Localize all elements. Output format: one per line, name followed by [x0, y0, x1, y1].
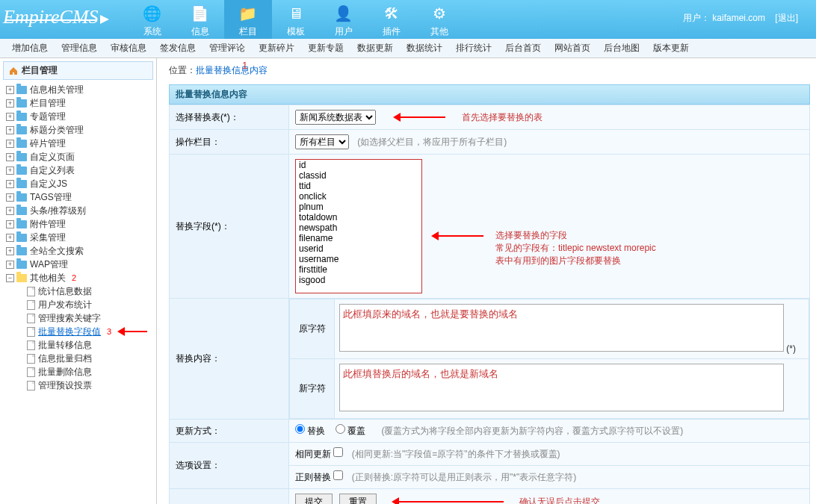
field-option[interactable]: plnum [296, 202, 421, 212]
field-option[interactable]: ttid [296, 181, 421, 191]
subnav-item[interactable]: 后台地图 [604, 42, 640, 55]
tree-file[interactable]: 管理搜索关键字 [6, 311, 156, 325]
minus-icon[interactable]: − [6, 274, 14, 282]
tree-file[interactable]: 统计信息数据 [6, 284, 156, 298]
plus-icon[interactable]: + [6, 99, 14, 108]
topnav-doc[interactable]: 📄信息 [176, 0, 224, 41]
field-option[interactable]: totaldown [296, 212, 421, 223]
breadcrumb-link[interactable]: 批量替换信息内容 [196, 65, 268, 75]
plus-icon[interactable]: + [6, 247, 14, 255]
label-update-mode: 更新方式： [170, 420, 289, 443]
tree-folder[interactable]: +专题管理 [6, 110, 156, 123]
folder-icon [16, 86, 27, 94]
field-option[interactable]: firsttitle [296, 264, 421, 275]
field-option[interactable]: onclick [296, 191, 421, 202]
topnav-window[interactable]: 🖥模板 [272, 0, 320, 41]
field-option[interactable]: username [296, 254, 421, 264]
tree-file[interactable]: 批量转移信息 [6, 338, 156, 352]
tree-folder[interactable]: +附件管理 [6, 217, 156, 231]
sidebar-tree: +信息相关管理+栏目管理+专题管理+标题分类管理+碎片管理+自定义页面+自定义列… [0, 83, 156, 392]
subnav-item[interactable]: 数据更新 [357, 42, 393, 55]
radio-replace-label[interactable]: 替换 [295, 426, 325, 436]
tree-folder[interactable]: +TAGS管理 [6, 190, 156, 204]
tree-folder[interactable]: +采集管理 [6, 231, 156, 244]
user-link[interactable]: kaifamei.com [712, 13, 765, 23]
radio-overwrite[interactable] [336, 424, 345, 434]
submit-button[interactable]: 提交 [295, 494, 333, 504]
tree-folder[interactable]: −其他相关2 [6, 271, 156, 284]
subnav-item[interactable]: 网站首页 [554, 42, 590, 55]
plus-icon[interactable]: + [6, 261, 14, 269]
folder-icon [16, 99, 27, 108]
folder-icon [16, 153, 27, 161]
annotation-3: 3 [107, 327, 111, 336]
topnav-gear[interactable]: ⚙其他 [415, 0, 463, 41]
field-option[interactable]: userid [296, 243, 421, 254]
subnav-item[interactable]: 数据统计 [407, 42, 442, 55]
tree-folder[interactable]: +自定义页面 [6, 150, 156, 164]
update-hint: (覆盖方式为将字段全部内容更新为新字符内容，覆盖方式原字符可以不设置) [381, 426, 683, 436]
subnav-item[interactable]: 管理评论 [209, 42, 245, 55]
tree-folder[interactable]: +自定义JS [6, 177, 156, 190]
subnav-item[interactable]: 签发信息 [160, 42, 196, 55]
plus-icon[interactable]: + [6, 86, 14, 94]
field-option[interactable]: newspath [296, 223, 421, 233]
panel-header: 批量替换信息内容 [169, 84, 810, 105]
plus-icon[interactable]: + [6, 180, 14, 188]
tree-folder[interactable]: +WAP管理 [6, 258, 156, 271]
textarea-new[interactable] [339, 364, 784, 411]
tree-folder[interactable]: +自定义列表 [6, 164, 156, 177]
topnav-plugin[interactable]: 🛠插件 [368, 0, 415, 41]
subnav-item[interactable]: 管理信息 [61, 42, 97, 55]
topnav-user[interactable]: 👤用户 [320, 0, 368, 41]
select-table[interactable]: 新闻系统数据表 [295, 110, 376, 125]
subnav-item[interactable]: 版本更新 [653, 42, 689, 55]
plus-icon[interactable]: + [6, 193, 14, 202]
plus-icon[interactable]: + [6, 234, 14, 242]
plus-icon[interactable]: + [6, 153, 14, 161]
subnav-item[interactable]: 排行统计 [456, 42, 492, 55]
subnav-item[interactable]: 后台首页 [505, 42, 541, 55]
plus-icon[interactable]: + [6, 113, 14, 121]
plus-icon[interactable]: + [6, 140, 14, 148]
checkbox-regex[interactable] [333, 470, 343, 480]
textarea-old[interactable] [339, 304, 784, 352]
globe-icon: 🌐 [142, 3, 163, 24]
radio-replace[interactable] [295, 424, 305, 434]
subnav-item[interactable]: 审核信息 [111, 42, 146, 55]
tree-folder[interactable]: +栏目管理 [6, 96, 156, 110]
tree-folder[interactable]: +标题分类管理 [6, 123, 156, 137]
plus-icon[interactable]: + [6, 220, 14, 228]
plus-icon[interactable]: + [6, 207, 14, 215]
radio-overwrite-label[interactable]: 覆盖 [336, 426, 365, 436]
field-option[interactable]: filename [296, 233, 421, 243]
subnav-item[interactable]: 更新专题 [308, 42, 344, 55]
field-list[interactable]: idclassidttidonclickplnumtotaldownnewspa… [295, 159, 422, 293]
checkbox-related[interactable] [333, 447, 343, 457]
plus-icon[interactable]: + [6, 126, 14, 134]
logout-link[interactable]: [退出] [775, 13, 798, 23]
tree-file[interactable]: 批量删除信息 [6, 365, 156, 379]
field-option[interactable]: isgood [296, 275, 421, 285]
select-column[interactable]: 所有栏目 [295, 134, 349, 149]
subnav-item[interactable]: 更新碎片 [259, 42, 294, 55]
field-option[interactable]: id [296, 160, 421, 170]
reset-button[interactable]: 重置 [339, 494, 377, 504]
topnav-globe[interactable]: 🌐系统 [129, 0, 176, 41]
tree-folder[interactable]: +信息相关管理 [6, 83, 156, 96]
tree-file[interactable]: 管理预设投票 [6, 379, 156, 392]
tree-folder[interactable]: +头条/推荐级别 [6, 204, 156, 217]
topnav-folder[interactable]: 📁栏目 [224, 0, 272, 41]
subnav-item[interactable]: 增加信息 [12, 42, 48, 55]
tree-file[interactable]: 批量替换字段值3 [6, 325, 156, 338]
file-icon [27, 381, 35, 391]
tree-folder[interactable]: +碎片管理 [6, 137, 156, 150]
user-icon: 👤 [333, 3, 354, 24]
tree-file[interactable]: 信息批量归档 [6, 352, 156, 365]
tree-folder[interactable]: +全站全文搜索 [6, 244, 156, 258]
folder-icon [16, 234, 27, 242]
tree-file[interactable]: 用户发布统计 [6, 298, 156, 311]
field-option[interactable]: classid [296, 170, 421, 181]
doc-icon: 📄 [190, 3, 211, 24]
plus-icon[interactable]: + [6, 167, 14, 175]
